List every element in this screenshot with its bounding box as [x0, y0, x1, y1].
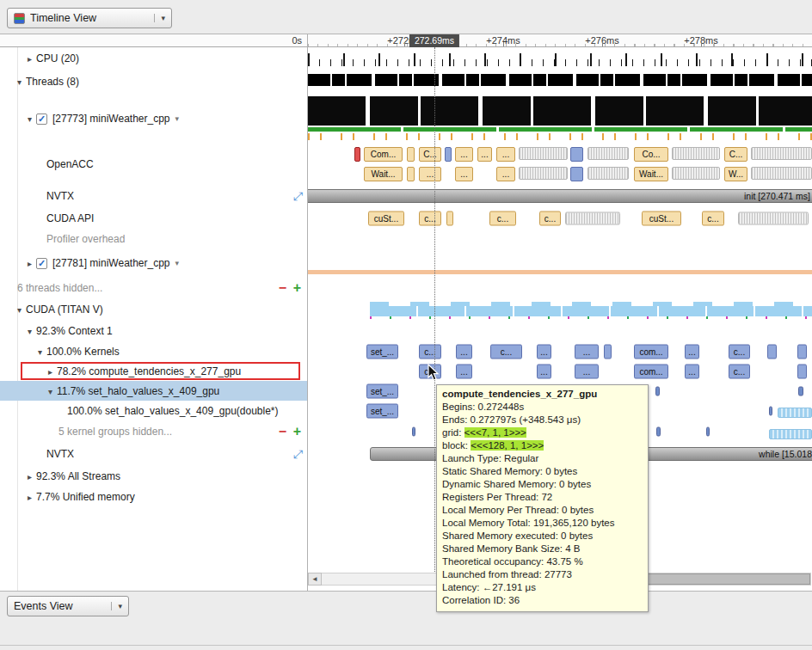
timeline-event-block[interactable]: Co...	[634, 147, 668, 162]
timeline-event-block[interactable]	[738, 212, 809, 225]
tree-row[interactable]: ▸92.3% All Streams	[0, 465, 307, 487]
timeline-event-block[interactable]: com...	[634, 344, 668, 359]
timeline-event-block[interactable]: ...	[455, 147, 473, 162]
tree-expander-icon[interactable]: ▸	[24, 54, 35, 64]
restore-hidden-rows-icon[interactable]: +	[293, 281, 301, 295]
tree-expander-icon[interactable]: ▾	[34, 346, 46, 356]
timeline-event-block[interactable]: ...	[537, 344, 551, 359]
timeline-event-block[interactable]: c...	[489, 212, 516, 226]
timeline-event-block[interactable]: ...	[575, 344, 599, 359]
timeline-track-row[interactable]: set_...c......c.........com......c...	[308, 341, 812, 361]
tree-expander-icon[interactable]: ▸	[24, 471, 35, 481]
timeline-event-block[interactable]	[354, 147, 360, 162]
timeline-event-block[interactable]: c...	[729, 344, 750, 359]
timeline-track-row[interactable]: cuSt...c...c...c...cuSt...c...	[308, 207, 812, 230]
events-view-selector[interactable]: Events View ▾	[7, 596, 129, 616]
tree-row[interactable]: NVTX⤢	[0, 442, 307, 465]
timeline-event-block[interactable]: cuSt...	[642, 212, 681, 226]
timeline-event-block[interactable]	[519, 147, 568, 160]
timeline-event-block[interactable]: com...	[634, 364, 668, 378]
tree-row[interactable]: ▾11.7% set_halo_values_x_409_gpu	[0, 381, 307, 401]
timeline-track-row[interactable]	[308, 94, 812, 144]
timeline-event-block[interactable]: c...	[729, 364, 750, 378]
timeline-event-block[interactable]: ...	[419, 167, 441, 181]
timeline-event-block[interactable]: cuSt...	[368, 212, 404, 226]
timeline-event-block[interactable]	[656, 426, 661, 436]
timeline-event-block[interactable]	[604, 344, 612, 359]
timeline-event-block[interactable]	[445, 147, 452, 162]
timeline-event-block[interactable]	[519, 167, 568, 180]
tree-row[interactable]: ▸7.7% Unified memory	[0, 487, 307, 507]
scroll-left-button[interactable]: ◄	[308, 573, 322, 586]
tree-row[interactable]: Profiler overhead	[0, 230, 307, 248]
tree-row[interactable]: ▾100.0% Kernels	[0, 341, 307, 361]
tree-row[interactable]: ▾✓[27773] miniWeather_cpp▾	[0, 94, 307, 144]
timeline-track-row[interactable]: Com...C............Co...C...Wait........…	[308, 144, 812, 185]
timeline-event-block[interactable]	[570, 167, 583, 181]
thread-options-caret-icon[interactable]: ▾	[175, 114, 180, 123]
timeline-event-block[interactable]: Wait...	[364, 167, 403, 181]
timeline-track-row[interactable]	[308, 248, 812, 278]
timeline-view-selector[interactable]: Timeline View ▾	[7, 8, 172, 28]
tree-expander-icon[interactable]: ▾	[24, 327, 35, 336]
timeline-track-row[interactable]	[308, 230, 812, 248]
tree-row[interactable]: ▾Threads (8)	[0, 70, 307, 94]
timeline-track-row[interactable]: init [270.471 ms]	[308, 185, 812, 207]
timeline-event-block[interactable]	[412, 426, 415, 436]
timeline-event-block[interactable]	[570, 147, 583, 162]
timeline-track-row[interactable]	[308, 70, 812, 94]
timeline-event-block[interactable]	[751, 147, 812, 160]
timeline-event-block[interactable]	[587, 167, 629, 180]
tree-expander-icon[interactable]: ▾	[24, 114, 35, 124]
timeline-event-block[interactable]: C...	[419, 147, 441, 162]
restore-hidden-rows-icon[interactable]: +	[293, 425, 301, 438]
timeline-track-row[interactable]	[308, 321, 812, 341]
timeline-track-row[interactable]	[308, 47, 812, 70]
timeline-event-block[interactable]: ...	[537, 364, 551, 378]
timeline-event-block[interactable]: ...	[685, 364, 699, 378]
timeline-event-block[interactable]	[797, 364, 807, 378]
thread-checkbox[interactable]: ✓	[36, 258, 47, 269]
timeline-event-block[interactable]	[446, 212, 453, 226]
timeline-track-row[interactable]	[308, 298, 812, 321]
timeline-event-block[interactable]	[706, 426, 710, 436]
timeline-event-block[interactable]	[587, 147, 629, 160]
expand-row-icon[interactable]: ⤢	[293, 189, 303, 204]
tree-row[interactable]: NVTX⤢	[0, 185, 307, 207]
timeline-event-block[interactable]	[769, 429, 812, 439]
nvtx-range-bar[interactable]: init [270.471 ms]	[308, 189, 812, 203]
tree-row[interactable]: ▸✓[27781] miniWeather_cpp▾	[0, 248, 307, 278]
timeline-event-block[interactable]	[767, 344, 777, 359]
timeline-event-block[interactable]: ...	[496, 147, 515, 162]
timeline-event-block[interactable]	[798, 386, 803, 396]
tree-expander-icon[interactable]: ▾	[14, 305, 25, 315]
timeline-event-block[interactable]: ...	[496, 167, 515, 181]
timeline-event-block[interactable]: W...	[724, 167, 747, 181]
timeline-track-row[interactable]	[308, 278, 812, 298]
timeline-event-block[interactable]: c...	[539, 212, 561, 226]
tree-row[interactable]: ▸CPU (20)	[0, 47, 307, 70]
timeline-event-block[interactable]: ...	[477, 147, 492, 162]
tree-row[interactable]: 100.0% set_halo_values_x_409_gpu(double*…	[0, 401, 307, 420]
expand-row-icon[interactable]: ⤢	[293, 446, 303, 461]
time-ruler[interactable]: 0s +272ms+274ms+276ms+278ms272.69ms	[0, 34, 812, 47]
tree-row[interactable]: OpenACC	[0, 144, 307, 185]
timeline-event-block[interactable]	[797, 344, 807, 359]
timeline-event-block[interactable]	[565, 212, 620, 225]
remove-hidden-rows-icon[interactable]: −	[279, 281, 286, 295]
thread-checkbox[interactable]: ✓	[36, 113, 47, 125]
tree-expander-icon[interactable]: ▸	[24, 259, 35, 268]
timeline-event-block[interactable]	[778, 408, 812, 418]
tree-expander-icon[interactable]: ▸	[24, 493, 35, 502]
timeline-event-block[interactable]: ...	[455, 167, 473, 181]
remove-hidden-rows-icon[interactable]: −	[279, 425, 286, 438]
tree-row[interactable]: 6 threads hidden...−+	[0, 278, 307, 298]
timeline-event-block[interactable]	[672, 167, 720, 180]
timeline-event-block[interactable]: ...	[575, 364, 599, 378]
timeline-event-block[interactable]: set_...	[366, 403, 398, 418]
timeline-track-row[interactable]: c............com......c...	[308, 361, 812, 381]
tree-row[interactable]: CUDA API	[0, 207, 307, 230]
timeline-event-block[interactable]	[407, 167, 415, 181]
timeline-event-block[interactable]	[407, 147, 415, 162]
tree-row[interactable]: ▾92.3% Context 1	[0, 321, 307, 341]
